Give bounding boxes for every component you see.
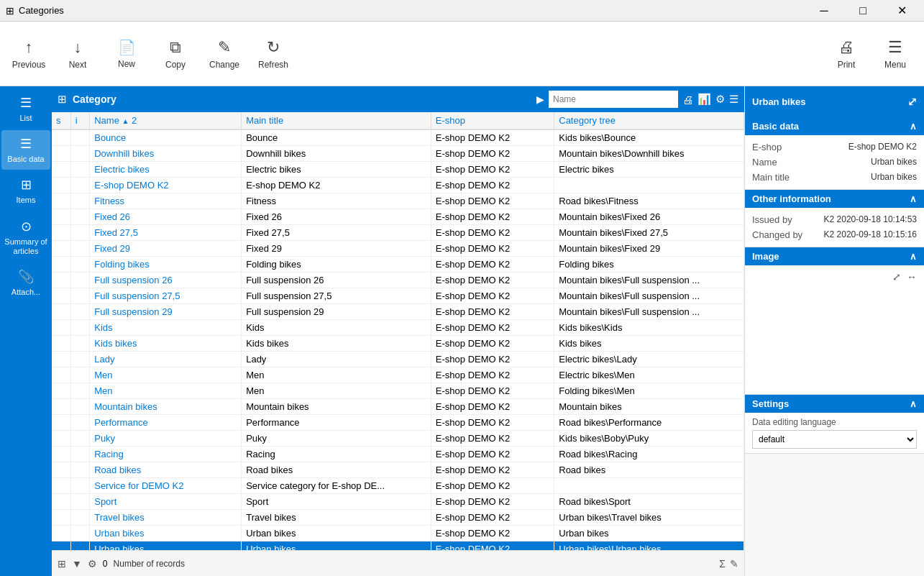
table-row[interactable]: Electric bikesElectric bikesE-shop DEMO …	[52, 162, 744, 178]
minimize-button[interactable]: ─	[808, 0, 841, 22]
cell-tree: Mountain bikes\Full suspension ...	[554, 304, 744, 320]
table-row[interactable]: Fixed 26Fixed 26E-shop DEMO K2Mountain b…	[52, 209, 744, 225]
sidebar-item-attach[interactable]: 📎 Attach...	[1, 263, 50, 303]
col-header-main[interactable]: Main title	[242, 112, 431, 129]
table-row[interactable]: Downhill bikesDownhill bikesE-shop DEMO …	[52, 146, 744, 162]
cell-i	[70, 146, 89, 162]
settings-icon[interactable]: ⚙	[715, 93, 725, 106]
footer-sum-icon[interactable]: Σ	[719, 558, 726, 570]
footer-edit-icon[interactable]: ✎	[730, 558, 738, 570]
cell-tree	[554, 478, 744, 494]
table-row[interactable]: Mountain bikesMountain bikesE-shop DEMO …	[52, 399, 744, 415]
table-row[interactable]: PukyPukyE-shop DEMO K2Kids bikes\Boby\Pu…	[52, 431, 744, 447]
table-row[interactable]: Service for DEMO K2Service category for …	[52, 478, 744, 494]
basic-data-icon: ☰	[20, 136, 32, 152]
cell-name: Service for DEMO K2	[90, 478, 242, 494]
cell-s	[52, 162, 70, 178]
new-button[interactable]: 📄 New	[104, 25, 150, 83]
maximize-button[interactable]: □	[846, 0, 879, 22]
col-header-tree[interactable]: Category tree	[554, 112, 744, 129]
cell-main: Full suspension 29	[242, 304, 431, 320]
settings-section-header[interactable]: Settings ∧	[745, 395, 924, 413]
cell-eshop: E-shop DEMO K2	[431, 257, 554, 273]
cell-name: E-shop DEMO K2	[90, 178, 242, 193]
issued-by-value: K2 2020-09-18 10:14:53	[824, 214, 917, 224]
table-row[interactable]: PerformancePerformanceE-shop DEMO K2Road…	[52, 415, 744, 431]
data-table-container[interactable]: s i Name ▲ 2 Main title E-shop Category …	[52, 112, 744, 550]
next-icon: ↓	[74, 38, 82, 57]
sidebar-item-list[interactable]: ☰ List	[1, 89, 50, 129]
cell-name: Fixed 26	[90, 209, 242, 225]
table-row[interactable]: Fixed 27,5Fixed 27,5E-shop DEMO K2Mounta…	[52, 225, 744, 241]
cell-tree: Mountain bikes\Fixed 27,5	[554, 225, 744, 241]
cell-s	[52, 129, 70, 146]
table-row[interactable]: Folding bikesFolding bikesE-shop DEMO K2…	[52, 257, 744, 273]
data-editing-language-select[interactable]: default	[752, 430, 917, 449]
cell-main: Service category for E-shop DE...	[242, 478, 431, 494]
changed-by-label[interactable]: Changed by	[752, 229, 802, 240]
table-row[interactable]: Travel bikesTravel bikesE-shop DEMO K2Ur…	[52, 510, 744, 526]
data-editing-language-label: Data editing language	[752, 417, 917, 427]
copy-button[interactable]: ⧉ Copy	[152, 25, 198, 83]
print-label: Print	[838, 60, 856, 70]
other-info-section-header[interactable]: Other information ∧	[745, 190, 924, 208]
chart-icon[interactable]: 📊	[697, 93, 711, 106]
image-section-header[interactable]: Image ∧	[745, 247, 924, 265]
table-row[interactable]: RacingRacingE-shop DEMO K2Road bikes\Rac…	[52, 447, 744, 462]
table-row[interactable]: Fixed 29Fixed 29E-shop DEMO K2Mountain b…	[52, 241, 744, 257]
table-menu-icon[interactable]: ☰	[729, 93, 738, 106]
basic-data-collapse-icon: ∧	[910, 121, 917, 132]
print-button[interactable]: 🖨 Print	[823, 25, 869, 83]
footer-table-icon[interactable]: ⊞	[58, 558, 66, 570]
table-row[interactable]: FitnessFitnessE-shop DEMO K2Road bikes\F…	[52, 193, 744, 209]
field-row-eshop: E-shop E-shop DEMO K2	[752, 140, 917, 155]
footer-filter-icon[interactable]: ▼	[72, 558, 82, 570]
sidebar-item-summary[interactable]: ⊙ Summary of articles	[1, 213, 50, 262]
close-button[interactable]: ✕	[885, 0, 918, 22]
cell-s	[52, 225, 70, 241]
col-header-name[interactable]: Name ▲ 2	[90, 112, 242, 129]
image-resize-icon[interactable]: ↔	[907, 271, 917, 283]
table-row[interactable]: Full suspension 29Full suspension 29E-sh…	[52, 304, 744, 320]
print-table-icon[interactable]: 🖨	[682, 93, 693, 106]
cell-name: Road bikes	[90, 462, 242, 478]
cell-name: Racing	[90, 447, 242, 462]
table-row[interactable]: MenMenE-shop DEMO K2Electric bikes\Men	[52, 367, 744, 383]
table-row[interactable]: BounceBounceE-shop DEMO K2Kids bikes\Bou…	[52, 129, 744, 146]
table-row[interactable]: LadyLadyE-shop DEMO K2Electric bikes\Lad…	[52, 352, 744, 367]
table-row[interactable]: SportSportE-shop DEMO K2Road bikes\Sport	[52, 494, 744, 510]
change-button[interactable]: ✎ Change	[201, 25, 247, 83]
sidebar-item-items[interactable]: ⊞ Items	[1, 171, 50, 211]
table-row[interactable]: Urban bikesUrban bikesE-shop DEMO K2Urba…	[52, 526, 744, 541]
sidebar-item-basic-data[interactable]: ☰ Basic data	[1, 130, 50, 170]
items-icon: ⊞	[21, 177, 32, 193]
cell-tree: Kids bikes\Kids	[554, 320, 744, 336]
next-button[interactable]: ↓ Next	[55, 25, 101, 83]
table-row[interactable]: Full suspension 27,5Full suspension 27,5…	[52, 288, 744, 304]
table-row[interactable]: E-shop DEMO K2E-shop DEMO K2E-shop DEMO …	[52, 178, 744, 193]
table-row[interactable]: Kids bikesKids bikesE-shop DEMO K2Kids b…	[52, 336, 744, 352]
table-row[interactable]: Urban bikesUrban bikesE-shop DEMO K2Urba…	[52, 541, 744, 551]
cell-eshop: E-shop DEMO K2	[431, 415, 554, 431]
toolbar: ↑ Previous ↓ Next 📄 New ⧉ Copy ✎ Change …	[0, 22, 924, 86]
table-row[interactable]: MenMenE-shop DEMO K2Folding bikes\Men	[52, 383, 744, 399]
issued-by-label[interactable]: Issued by	[752, 214, 802, 225]
col-header-eshop[interactable]: E-shop	[431, 112, 554, 129]
refresh-button[interactable]: ↻ Refresh	[250, 25, 296, 83]
expand-icon[interactable]: ⤢	[907, 95, 917, 109]
footer-settings-icon[interactable]: ⚙	[88, 558, 97, 570]
cell-tree: Road bikes\Performance	[554, 415, 744, 431]
menu-button[interactable]: ☰ Menu	[872, 25, 918, 83]
cell-name: Kids bikes	[90, 336, 242, 352]
right-panel: Urban bikes ⤢ Basic data ∧ E-shop E-shop…	[744, 86, 924, 576]
eshop-value: E-shop DEMO K2	[848, 142, 917, 152]
table-row[interactable]: Road bikesRoad bikesE-shop DEMO K2Road b…	[52, 462, 744, 478]
cell-eshop: E-shop DEMO K2	[431, 526, 554, 541]
search-input[interactable]	[549, 91, 678, 108]
table-row[interactable]: KidsKidsE-shop DEMO K2Kids bikes\Kids	[52, 320, 744, 336]
image-expand-icon[interactable]: ⤢	[892, 271, 901, 283]
basic-data-section-header[interactable]: Basic data ∧	[745, 117, 924, 135]
table-category-icon: ⊞	[58, 93, 67, 106]
table-row[interactable]: Full suspension 26Full suspension 26E-sh…	[52, 273, 744, 288]
previous-button[interactable]: ↑ Previous	[6, 25, 52, 83]
